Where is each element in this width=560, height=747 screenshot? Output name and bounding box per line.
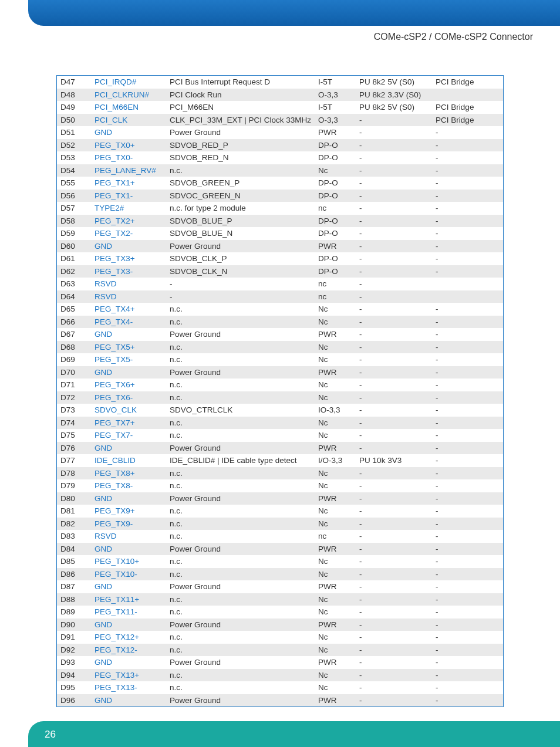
type: DP-O (315, 139, 356, 152)
description: Power Ground (166, 126, 315, 139)
pin-id: D55 (57, 177, 91, 190)
signal-name: PCI_IRQD# (91, 76, 166, 89)
termination: - (356, 694, 432, 707)
signal-name: PEG_TX10+ (91, 555, 166, 568)
description: n.c. (166, 555, 315, 568)
table-row: D92PEG_TX12-n.c.Nc-- (57, 644, 503, 657)
table-row: D60GNDPower GroundPWR-- (57, 240, 503, 253)
signal-name: PEG_TX9+ (91, 505, 166, 518)
type: PWR (315, 240, 356, 253)
pin-id: D47 (57, 76, 91, 89)
source: - (432, 479, 503, 492)
type: DP-O (315, 252, 356, 265)
type: Nc (315, 568, 356, 581)
description: SDVOB_RED_P (166, 139, 315, 152)
table-row: D49PCI_M66ENPCI_M66ENI-5TPU 8k2 5V (S0)P… (57, 101, 503, 114)
termination: - (356, 202, 432, 215)
pin-id: D61 (57, 252, 91, 265)
table-row: D74PEG_TX7+n.c.Nc-- (57, 417, 503, 430)
description: Power Ground (166, 328, 315, 341)
table-row: D80GNDPower GroundPWR-- (57, 492, 503, 505)
type: O-3,3 (315, 114, 356, 127)
termination: - (356, 429, 432, 442)
table-row: D62PEG_TX3-SDVOB_CLK_NDP-O-- (57, 265, 503, 278)
signal-name: RSVD (91, 278, 166, 290)
table-row: D69PEG_TX5-n.c.Nc-- (57, 353, 503, 366)
termination: - (356, 366, 432, 379)
table-row: D76GNDPower GroundPWR-- (57, 442, 503, 455)
table-row: D52PEG_TX0+SDVOB_RED_PDP-O-- (57, 139, 503, 152)
table-row: D51GNDPower GroundPWR-- (57, 126, 503, 139)
type: PWR (315, 492, 356, 505)
termination: - (356, 151, 432, 164)
pin-id: D87 (57, 580, 91, 593)
type: Nc (315, 353, 356, 366)
type: Nc (315, 391, 356, 404)
pin-id: D75 (57, 429, 91, 442)
signal-name: SDVO_CLK (91, 404, 166, 417)
description: - (166, 290, 315, 303)
signal-name: PEG_TX13- (91, 681, 166, 694)
table-row: D48PCI_CLKRUN#PCI Clock RunO-3,3PU 8k2 3… (57, 89, 503, 102)
description: n.c. (166, 417, 315, 430)
source: - (432, 568, 503, 581)
description: - (166, 278, 315, 290)
type: I/O-3,3 (315, 454, 356, 467)
page-number: 26 (45, 729, 56, 741)
table-row: D86PEG_TX10-n.c.Nc-- (57, 568, 503, 581)
table-row: D95PEG_TX13-n.c.Nc-- (57, 681, 503, 694)
termination: PU 10k 3V3 (356, 454, 432, 467)
termination: - (356, 417, 432, 430)
source: PCI Bridge (432, 76, 503, 89)
type: Nc (315, 518, 356, 530)
termination: PU 8k2 3,3V (S0) (356, 89, 432, 102)
pin-id: D48 (57, 89, 91, 102)
signal-name: PEG_TX8+ (91, 467, 166, 480)
description: n.c. (166, 429, 315, 442)
source: - (432, 681, 503, 694)
type: PWR (315, 442, 356, 455)
table-row: D82PEG_TX9-n.c.Nc-- (57, 518, 503, 530)
type: Nc (315, 164, 356, 177)
termination: - (356, 190, 432, 202)
source: - (432, 378, 503, 391)
signal-name: PEG_TX1+ (91, 177, 166, 190)
header-title: COMe-cSP2 / COMe-cSP2 Connector (374, 32, 533, 42)
table-row: D73SDVO_CLKSDVO_CTRLCLKIO-3,3-- (57, 404, 503, 417)
table-row: D57TYPE2#n.c. for type 2 modulenc-- (57, 202, 503, 215)
table-row: D53PEG_TX0-SDVOB_RED_NDP-O-- (57, 151, 503, 164)
pin-id: D49 (57, 101, 91, 114)
table-row: D88PEG_TX11+n.c.Nc-- (57, 593, 503, 606)
pin-id: D77 (57, 454, 91, 467)
pin-id: D60 (57, 240, 91, 253)
pin-id: D50 (57, 114, 91, 127)
table-row: D77IDE_CBLIDIDE_CBLID# | IDE cable type … (57, 454, 503, 467)
type: Nc (315, 303, 356, 316)
type: DP-O (315, 177, 356, 190)
termination: - (356, 404, 432, 417)
type: O-3,3 (315, 89, 356, 102)
source: - (432, 417, 503, 430)
termination: - (356, 467, 432, 480)
termination: - (356, 139, 432, 152)
signal-name: PEG_TX7+ (91, 417, 166, 430)
signal-name: PEG_TX9- (91, 518, 166, 530)
type: Nc (315, 669, 356, 682)
source (432, 290, 503, 303)
table-row: D55PEG_TX1+SDVOB_GREEN_PDP-O-- (57, 177, 503, 190)
source: - (432, 303, 503, 316)
type: DP-O (315, 151, 356, 164)
type: Nc (315, 555, 356, 568)
pin-id: D52 (57, 139, 91, 152)
description: n.c. (166, 530, 315, 543)
pin-id: D80 (57, 492, 91, 505)
source: - (432, 580, 503, 593)
pin-id: D68 (57, 341, 91, 354)
termination: PU 8k2 5V (S0) (356, 101, 432, 114)
type: PWR (315, 328, 356, 341)
pin-id: D91 (57, 631, 91, 644)
description: PCI_M66EN (166, 101, 315, 114)
table-row: D81PEG_TX9+n.c.Nc-- (57, 505, 503, 518)
signal-name: GND (91, 694, 166, 707)
pin-id: D72 (57, 391, 91, 404)
